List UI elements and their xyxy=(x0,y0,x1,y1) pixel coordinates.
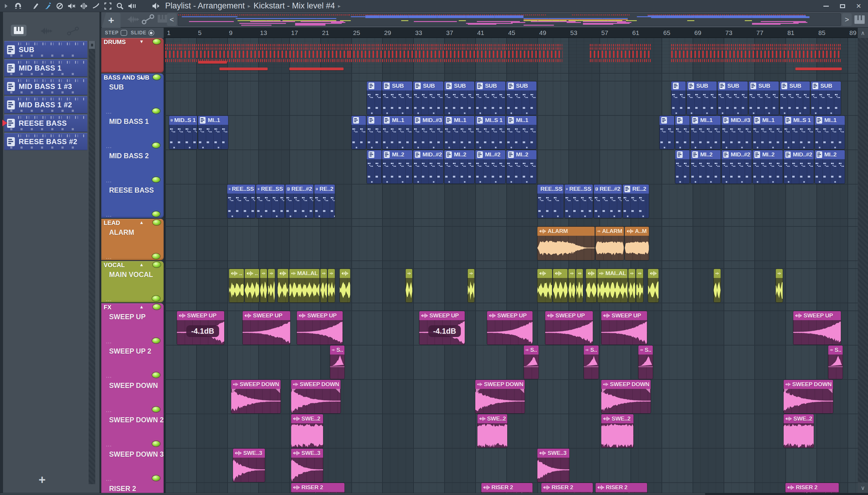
track-lane-sweep-down-2[interactable]: SWE..2SWE..2SWE..2SWE..2 xyxy=(164,414,858,448)
pattern-clip-mid-2[interactable]: MID..#2 xyxy=(784,150,814,184)
timeline-ruler[interactable]: 1591317212529333741454953576165697377818… xyxy=(164,28,858,38)
pattern-clip-mi-2[interactable]: MI..2 xyxy=(691,150,721,184)
audio-clip[interactable] xyxy=(268,269,275,302)
audio-clip[interactable] xyxy=(586,269,597,302)
drum-note-bar[interactable] xyxy=(198,61,227,64)
pattern-clip-re-2[interactable]: RE..2 xyxy=(623,185,649,218)
audio-clip-sweep-down[interactable]: SWEEP DOWN xyxy=(784,380,833,413)
pattern-clip-mi-1[interactable]: MI..1 xyxy=(382,116,412,149)
track-header-riser-2[interactable]: RISER 2... xyxy=(101,483,164,493)
audio-clip[interactable] xyxy=(776,269,783,302)
pattern-clip-sub[interactable]: SUB xyxy=(780,81,810,115)
audio-clip--[interactable]: .. xyxy=(245,269,260,302)
pattern-clip-mi-1[interactable]: MI..1 xyxy=(444,116,474,149)
track-mute-led[interactable] xyxy=(152,211,160,217)
pattern-clip-sub[interactable]: SUB xyxy=(749,81,779,115)
pattern-item-mid-bass-1[interactable]: MID BASS 1 xyxy=(4,59,87,76)
audio-clip-mai-al[interactable]: MAI..AL xyxy=(597,269,627,302)
audio-clip-swe-3[interactable]: SWE..3 xyxy=(291,448,323,482)
track-options-dots[interactable]: ... xyxy=(106,339,112,345)
pattern-clip-mid-2[interactable]: MID..#2 xyxy=(722,150,752,184)
track-lane-main-vocal[interactable]: ....MAI..ALMAI..AL xyxy=(164,269,858,303)
pattern-clip-sub[interactable]: SUB xyxy=(413,81,443,115)
expand-arrow-icon[interactable]: ▲ xyxy=(139,304,144,309)
drum-note-bar[interactable] xyxy=(795,68,842,70)
zoom-tool-icon[interactable] xyxy=(114,0,126,12)
drum-pattern-segment[interactable] xyxy=(349,44,563,72)
track-lane-mid-bass-2[interactable]: MI..2MID..#2MI..2MI..#2MI..2MI..2MID..#2… xyxy=(164,150,858,185)
track-lane-sub[interactable]: SUBSUBSUBSUBSUBSUBSUBSUBSUBSUB xyxy=(164,81,858,116)
track-options-dots[interactable]: ... xyxy=(106,374,112,379)
drum-note-bar[interactable] xyxy=(220,68,267,70)
group-mute-led[interactable] xyxy=(153,220,161,225)
tab-automation[interactable] xyxy=(67,27,79,37)
pattern-clip-sub[interactable]: SUB xyxy=(475,81,505,115)
pattern-item-mid-bass-1-2[interactable]: MID BASS 1 #2 xyxy=(4,96,87,113)
pattern-clip-mi-s-1[interactable]: MI..S 1 xyxy=(784,116,814,149)
audio-clip-riser-2[interactable]: RISER 2 xyxy=(291,483,345,493)
pattern-clip-sub[interactable]: SUB xyxy=(506,81,537,115)
pattern-clip-mid-2[interactable]: MID..#2 xyxy=(413,150,443,184)
track-header-sub[interactable]: SUB... xyxy=(101,81,164,115)
add-pattern-button[interactable]: + xyxy=(39,473,46,487)
audio-clip-a-m[interactable]: A..M xyxy=(625,227,649,260)
pattern-clip-ree-ss[interactable]: REE..SS xyxy=(537,185,563,218)
audio-clip-swe-2[interactable]: SWE..2 xyxy=(601,414,633,448)
track-mute-led[interactable] xyxy=(152,177,160,182)
group-label-row[interactable]: LEAD▲ xyxy=(101,219,164,227)
playback-tool-icon[interactable] xyxy=(126,0,138,12)
group-mute-led[interactable] xyxy=(153,74,161,80)
pattern-clip[interactable] xyxy=(675,116,690,149)
group-label-row[interactable]: BASS AND SUB▲ xyxy=(101,73,164,81)
pattern-clip[interactable] xyxy=(659,116,674,149)
track-options-dots[interactable]: ... xyxy=(106,408,112,413)
track-lane-sweep-up[interactable]: SWEEP UP-4.1dBSWEEP UPSWEEP UPSWEEP UP-4… xyxy=(164,311,858,345)
add-track-button[interactable]: + xyxy=(102,13,121,28)
audio-clip-sweep-up[interactable]: SWEEP UP-4.1dB xyxy=(177,311,225,345)
pattern-clip-mi-2[interactable]: MI..2 xyxy=(506,150,537,184)
pattern-item-sub[interactable]: SUB xyxy=(4,41,87,58)
audio-clip-s-[interactable]: S.. xyxy=(638,345,653,379)
fade-out-handle[interactable] xyxy=(828,389,832,393)
track-mute-led[interactable] xyxy=(152,142,160,148)
drum-note-bar[interactable] xyxy=(289,68,344,70)
expand-arrow-icon[interactable]: ▲ xyxy=(139,220,144,225)
track-header-reese-bass[interactable]: REESE BASS... xyxy=(101,185,164,218)
audio-clip-sweep-up[interactable]: SWEEP UP xyxy=(297,311,342,345)
track-mute-led[interactable] xyxy=(152,441,160,446)
audio-clip-s-[interactable]: S.. xyxy=(584,345,598,379)
pattern-clip-mi-1[interactable]: MI..1 xyxy=(752,116,783,149)
pattern-clip-ree-2[interactable]: REE..#2 xyxy=(594,185,622,218)
audio-clip-swe-3[interactable]: SWE..3 xyxy=(537,448,569,482)
track-options-dots[interactable]: ... xyxy=(106,255,112,260)
pattern-clip-mi-1[interactable]: MI..1 xyxy=(815,116,845,149)
fade-in-handle[interactable] xyxy=(232,389,236,393)
audio-clip-sweep-up[interactable]: SWEEP UP xyxy=(545,311,593,345)
expand-arrow-icon[interactable]: ▲ xyxy=(139,262,144,267)
pattern-clip[interactable] xyxy=(367,116,382,149)
audio-clip-sweep-down[interactable]: SWEEP DOWN xyxy=(291,380,341,413)
audio-clip[interactable] xyxy=(468,269,475,302)
expand-arrow-icon[interactable]: ▲ xyxy=(139,74,144,80)
maximize-button[interactable] xyxy=(837,1,848,11)
audio-track-mode-icon[interactable] xyxy=(126,15,140,24)
track-header-main-vocal[interactable]: MAIN VOCAL... xyxy=(101,269,164,302)
audio-clip[interactable] xyxy=(636,269,643,302)
track-options-dots[interactable]: ... xyxy=(106,297,112,302)
arrangement-overview-scrollbar[interactable] xyxy=(178,13,841,26)
track-lane-drums[interactable] xyxy=(164,38,858,73)
pattern-clip-mi-2[interactable]: MI..#2 xyxy=(475,150,505,184)
audio-clip-mai-al[interactable]: MAI..AL xyxy=(289,269,319,302)
track-group-header-lead[interactable]: LEAD▲ALARM... xyxy=(101,219,164,260)
vertical-scrollbar-track[interactable] xyxy=(858,38,868,483)
horizontal-scrollbar-thumb[interactable] xyxy=(0,493,705,495)
track-mute-led[interactable] xyxy=(152,296,160,301)
track-options-dots[interactable]: ... xyxy=(106,109,112,115)
delete-tool-icon[interactable] xyxy=(54,0,66,12)
track-options-dots[interactable]: ... xyxy=(106,144,112,149)
track-header-alarm[interactable]: ALARM... xyxy=(101,227,164,260)
tab-patterns[interactable] xyxy=(11,25,27,36)
play-icon[interactable] xyxy=(0,0,12,12)
vertical-scrollbar[interactable]: ∧ ∨ xyxy=(858,28,868,493)
audio-clip[interactable] xyxy=(714,269,721,302)
